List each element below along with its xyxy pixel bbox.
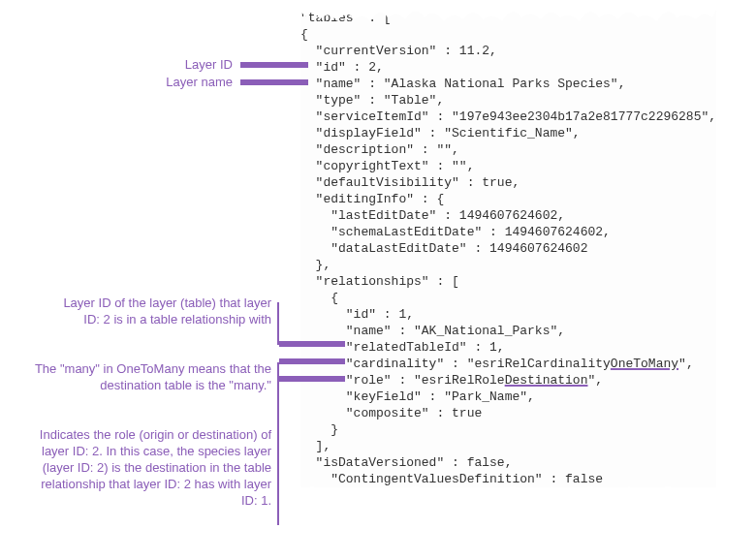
code-line: { bbox=[300, 26, 716, 43]
code-line: "name" : "Alaska National Parks Species"… bbox=[300, 76, 716, 92]
code-line: "cardinality" : "esriRelCardinalityOneTo… bbox=[300, 356, 716, 372]
code-line: "id" : 1, bbox=[300, 306, 716, 323]
code-line: "type" : "Table", bbox=[300, 92, 716, 109]
code-line: "role" : "esriRelRoleDestination", bbox=[300, 372, 716, 389]
code-line: } bbox=[300, 421, 716, 438]
code-line: "composite" : true bbox=[300, 405, 716, 421]
code-line: "lastEditDate" : 1494607624602, bbox=[300, 207, 716, 224]
code-line: "ContingentValuesDefinition" : false bbox=[300, 471, 716, 487]
code-line: "id" : 2, bbox=[300, 59, 716, 76]
leader-line bbox=[279, 341, 345, 347]
leader-line bbox=[240, 62, 308, 68]
code-line: { bbox=[300, 290, 716, 306]
code-line: "defaultVisibility" : true, bbox=[300, 174, 716, 191]
code-line: "serviceItemId" : "197e943ee2304b17a2e81… bbox=[300, 109, 716, 125]
code-line: "tables" : [ bbox=[300, 10, 716, 26]
code-line: "copyrightText" : "", bbox=[300, 158, 716, 174]
leader-line bbox=[277, 302, 279, 345]
leader-line bbox=[279, 358, 345, 364]
annotation-layer-id: Layer ID bbox=[87, 56, 233, 73]
annotation-related-table: Layer ID of the layer (table) that layer… bbox=[48, 295, 271, 327]
json-code-block: "tables" : [ { "currentVersion" : 11.2, … bbox=[300, 10, 716, 487]
code-line: }, bbox=[300, 257, 716, 273]
code-line: "name" : "AK_National_Parks", bbox=[300, 323, 716, 339]
leader-line bbox=[240, 79, 308, 85]
code-line: "displayField" : "Scientific_Name", bbox=[300, 125, 716, 141]
annotation-layer-name: Layer name bbox=[87, 74, 233, 90]
annotation-onetomany: The "many" in OneToMany means that the d… bbox=[29, 360, 271, 393]
code-line: "relatedTableId" : 1, bbox=[300, 339, 716, 356]
code-line: "currentVersion" : 11.2, bbox=[300, 43, 716, 59]
leader-line bbox=[279, 376, 345, 382]
code-line: "relationships" : [ bbox=[300, 273, 716, 290]
code-line: "editingInfo" : { bbox=[300, 191, 716, 207]
code-line: "description" : "", bbox=[300, 141, 716, 158]
code-line: ], bbox=[300, 438, 716, 454]
code-line: "dataLastEditDate" : 1494607624602 bbox=[300, 240, 716, 257]
annotation-role: Indicates the role (origin or destinatio… bbox=[29, 426, 271, 509]
code-line: "isDataVersioned" : false, bbox=[300, 454, 716, 471]
leader-line bbox=[277, 380, 279, 525]
code-line: "keyField" : "Park_Name", bbox=[300, 389, 716, 405]
code-line: "schemaLastEditDate" : 1494607624602, bbox=[300, 224, 716, 240]
